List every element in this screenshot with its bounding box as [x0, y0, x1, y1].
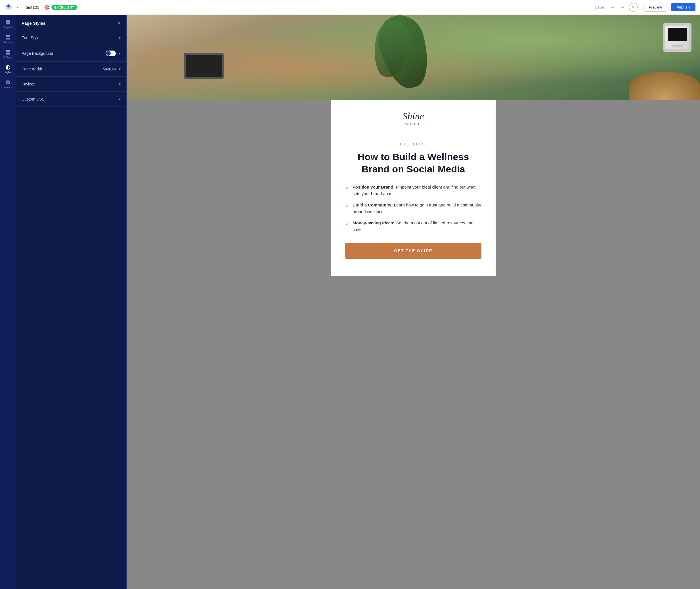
- sidebar-item-sections[interactable]: Sections: [0, 32, 16, 46]
- list-item: ✓ Money-saving Ideas: Get the most out o…: [345, 220, 481, 233]
- page-width-right: Medium ▾: [103, 67, 121, 71]
- svg-rect-6: [6, 39, 10, 39]
- list-item-text-3: Money-saving Ideas: Get the most out of …: [353, 220, 481, 233]
- wood-tray: [629, 71, 700, 100]
- font-styles-row[interactable]: Font Styles ▾: [22, 30, 121, 45]
- checkmark-icon: ✓: [345, 220, 349, 227]
- custom-css-right: ▾: [119, 97, 121, 102]
- landing-logo-main: Shine: [345, 111, 481, 121]
- svg-rect-8: [8, 50, 10, 52]
- laptop: [184, 53, 224, 79]
- target-icon: 🎯: [44, 5, 50, 10]
- svg-rect-0: [6, 20, 10, 22]
- svg-rect-7: [6, 50, 8, 52]
- back-button[interactable]: ←: [16, 4, 21, 10]
- undo-button[interactable]: ↩: [610, 3, 616, 11]
- custom-css-chevron-icon: ▾: [119, 97, 121, 102]
- page-width-row[interactable]: Page Width Medium ▾: [22, 62, 121, 76]
- coffee-cup-base: [672, 45, 683, 46]
- topbar: ← test123 🎯 EXCELLENT Saved ↩ ↪ ? Previe…: [0, 0, 700, 15]
- sidebar-item-widgets-label: Widgets: [3, 56, 13, 59]
- coffee-cup: [663, 23, 691, 52]
- page-background-chevron-icon: ▾: [119, 51, 121, 56]
- coffee-cup-fill: [668, 28, 687, 41]
- svg-rect-9: [6, 52, 8, 54]
- favicon-chevron-icon: ▾: [119, 82, 121, 86]
- page-title: test123: [26, 5, 39, 10]
- panel-close-button[interactable]: ×: [117, 20, 121, 26]
- sidebar-item-settings-label: Settings: [3, 86, 13, 89]
- page-width-value: Medium: [103, 67, 116, 71]
- font-styles-section: Font Styles ▾: [16, 30, 126, 45]
- favicon-label: Favicon: [22, 82, 35, 86]
- preview-button[interactable]: Preview: [644, 3, 667, 12]
- landing-tag: FREE GUIDE: [345, 142, 481, 146]
- page-styles-panel: Page Styles × Font Styles ▾ Page Backgro…: [16, 15, 126, 589]
- svg-rect-3: [6, 35, 10, 36]
- quality-badge: EXCELLENT: [51, 5, 77, 10]
- page-width-label: Page Width: [22, 67, 42, 71]
- custom-css-label: Custom CSS: [22, 97, 45, 102]
- font-styles-label: Font Styles: [22, 35, 41, 40]
- page-background-right: ▾: [105, 50, 121, 56]
- page-width-section: Page Width Medium ▾: [16, 62, 126, 77]
- panel-header: Page Styles ×: [16, 15, 126, 30]
- landing-divider: [345, 134, 481, 134]
- page-background-section: Page Background ▾: [16, 45, 126, 62]
- custom-css-section: Custom CSS ▾: [16, 92, 126, 107]
- page-background-label: Page Background: [22, 51, 53, 56]
- font-styles-chevron-icon: ▾: [119, 35, 121, 40]
- landing-logo-sub: WELL: [345, 122, 481, 126]
- checkmark-icon: ✓: [345, 184, 349, 192]
- list-item: ✓ Position your Brand: Pinpoint your ide…: [345, 184, 481, 197]
- landing-card: Shine WELL FREE GUIDE How to Build a Wel…: [331, 100, 495, 276]
- main-layout: Layout Sections Widgets Styles Settings …: [0, 15, 700, 589]
- sidebar-item-widgets[interactable]: Widgets: [0, 47, 16, 61]
- page-background-row[interactable]: Page Background ▾: [22, 45, 121, 61]
- favicon-section: Favicon ▾: [16, 77, 126, 92]
- icon-nav: Layout Sections Widgets Styles Settings: [0, 15, 16, 589]
- svg-rect-1: [6, 22, 8, 24]
- landing-list: ✓ Position your Brand: Pinpoint your ide…: [345, 184, 481, 233]
- panel-title: Page Styles: [22, 21, 45, 26]
- svg-rect-2: [8, 22, 10, 24]
- sidebar-item-layout[interactable]: Layout: [0, 17, 16, 31]
- svg-rect-5: [6, 38, 10, 39]
- page-background-toggle[interactable]: [105, 50, 116, 56]
- cta-button[interactable]: GET THE GUIDE: [345, 243, 481, 259]
- saved-status: Saved: [595, 5, 606, 9]
- svg-rect-10: [8, 52, 10, 54]
- list-item-text-1: Position your Brand: Pinpoint your ideal…: [353, 184, 481, 197]
- hero-image-inner: [126, 15, 700, 100]
- favicon-row[interactable]: Favicon ▾: [22, 77, 121, 91]
- publish-button[interactable]: Publish: [671, 3, 695, 11]
- favicon-right: ▾: [119, 82, 121, 86]
- checkmark-icon: ✓: [345, 202, 349, 210]
- hero-image: [126, 15, 700, 100]
- help-button[interactable]: ?: [629, 3, 638, 12]
- landing-headline: How to Build a Wellness Brand on Social …: [345, 151, 481, 175]
- redo-button[interactable]: ↪: [619, 3, 625, 11]
- svg-rect-4: [6, 36, 10, 37]
- landing-logo: Shine WELL: [345, 111, 481, 126]
- sidebar-item-styles[interactable]: Styles: [0, 62, 16, 76]
- list-item: ✓ Build a Community: Learn how to gain t…: [345, 202, 481, 215]
- font-styles-right: ▾: [119, 35, 121, 40]
- topbar-logo-icon: [5, 3, 12, 12]
- quality-badge-wrap: 🎯 EXCELLENT: [44, 5, 77, 10]
- page-width-chevron-icon: ▾: [119, 67, 121, 71]
- sidebar-item-layout-label: Layout: [4, 26, 12, 29]
- preview-area: Shine WELL FREE GUIDE How to Build a Wel…: [126, 15, 700, 589]
- sidebar-item-sections-label: Sections: [3, 41, 13, 44]
- sidebar-item-settings[interactable]: Settings: [0, 77, 16, 91]
- list-item-text-2: Build a Community: Learn how to gain tru…: [353, 202, 481, 215]
- custom-css-row[interactable]: Custom CSS ▾: [22, 92, 121, 107]
- sidebar-item-styles-label: Styles: [5, 71, 12, 74]
- toggle-knob: [106, 51, 111, 56]
